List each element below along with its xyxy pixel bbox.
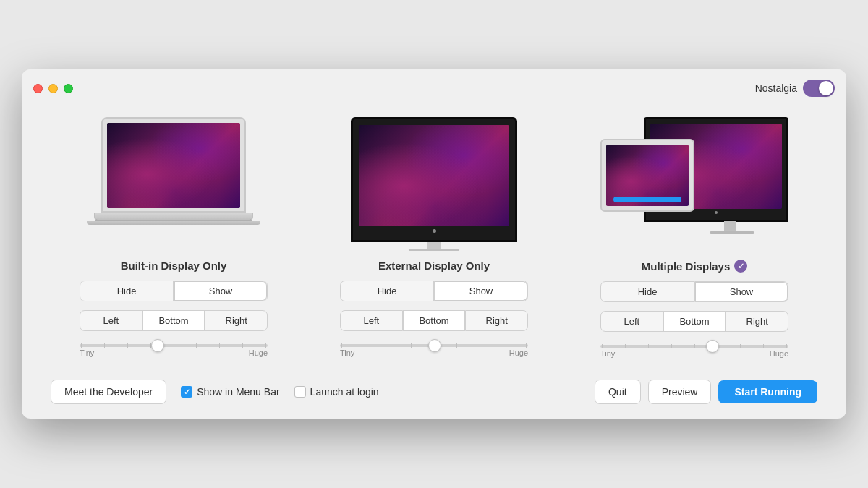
show-menu-bar-label: Show in Menu Bar: [197, 386, 279, 398]
builtin-slider-thumb[interactable]: [151, 339, 164, 352]
aurora-overlay: [107, 123, 240, 208]
builtin-huge-label: Huge: [249, 348, 268, 357]
multiple-huge-label: Huge: [770, 349, 788, 358]
tick: [503, 343, 503, 348]
show-menu-bar-checkbox-label[interactable]: ✓ Show in Menu Bar: [181, 386, 279, 398]
multiple-bottom-btn[interactable]: Bottom: [663, 311, 726, 332]
launch-login-label: Launch at login: [310, 386, 379, 398]
external-huge-label: Huge: [509, 348, 528, 357]
multi-tablet-screen: [606, 145, 689, 206]
active-badge: ✓: [734, 260, 747, 273]
main-window: Nostalgia: [22, 69, 846, 419]
checkmark-icon: ✓: [184, 388, 190, 397]
main-content: Built-in Display Only Hide Show Left Bot…: [22, 103, 846, 358]
monitor-frame: [351, 117, 517, 242]
multiple-slider-thumb[interactable]: [706, 340, 719, 353]
start-running-button[interactable]: Start Running: [718, 380, 817, 403]
builtin-tick-marks: [80, 344, 268, 347]
multiple-right-btn[interactable]: Right: [726, 311, 788, 332]
tick: [411, 343, 412, 348]
nostalgia-toggle[interactable]: [803, 80, 835, 97]
nostalgia-label: Nostalgia: [755, 82, 797, 94]
multi-monitor-stand: [724, 221, 736, 231]
builtin-slider-track: [80, 344, 268, 347]
monitor-dot: [433, 229, 436, 233]
tick: [365, 343, 365, 348]
external-right-btn[interactable]: Right: [465, 310, 528, 331]
multi-tablet-frame: [600, 139, 694, 212]
laptop-base: [94, 213, 253, 221]
multiple-hide-show-group: Hide Show: [600, 281, 788, 302]
nostalgia-control: Nostalgia: [755, 80, 835, 97]
builtin-tiny-label: Tiny: [80, 348, 94, 357]
tick: [648, 344, 649, 348]
builtin-show-btn[interactable]: Show: [174, 281, 268, 301]
external-slider-container: Tiny Huge: [340, 340, 528, 357]
monitor-illustration: [347, 117, 521, 251]
laptop-screen-outer: [101, 117, 246, 213]
multiple-left-btn[interactable]: Left: [600, 311, 663, 332]
launch-login-checkbox-label[interactable]: Launch at login: [294, 386, 379, 398]
builtin-hide-btn[interactable]: Hide: [80, 281, 174, 301]
external-slider-track: [340, 344, 528, 347]
multiple-tick-marks: [600, 345, 788, 348]
builtin-bottom-btn[interactable]: Bottom: [142, 310, 205, 331]
builtin-position-group: Left Bottom Right: [80, 310, 268, 331]
external-hide-btn[interactable]: Hide: [340, 281, 434, 301]
external-position-group: Left Bottom Right: [340, 310, 528, 331]
tick: [456, 343, 457, 348]
tick: [763, 344, 764, 348]
tick: [265, 343, 266, 348]
preview-button[interactable]: Preview: [648, 380, 712, 404]
tick: [104, 343, 105, 348]
titlebar: Nostalgia: [22, 69, 846, 103]
laptop-foot: [87, 221, 260, 225]
tick: [740, 344, 741, 348]
builtin-right-btn[interactable]: Right: [205, 310, 268, 331]
multiple-slider-labels: Tiny Huge: [600, 349, 788, 358]
footer-left: Meet the Developer ✓ Show in Menu Bar La…: [51, 380, 379, 404]
builtin-left-btn[interactable]: Left: [80, 310, 142, 331]
show-menu-bar-checkbox[interactable]: ✓: [181, 386, 192, 398]
tick: [242, 343, 243, 348]
launch-login-checkbox[interactable]: [294, 386, 306, 398]
laptop-illustration: [94, 117, 253, 251]
traffic-lights: [33, 84, 73, 93]
multi-display-illustration: [600, 117, 788, 251]
multiple-show-btn[interactable]: Show: [694, 281, 788, 302]
multiple-hide-btn[interactable]: Hide: [600, 281, 694, 302]
external-show-btn[interactable]: Show: [434, 281, 528, 301]
footer-right: Quit Preview Start Running: [595, 380, 817, 404]
close-button[interactable]: [33, 84, 43, 93]
external-left-btn[interactable]: Left: [340, 310, 403, 331]
multi-monitor-base: [710, 231, 754, 234]
minimize-button[interactable]: [48, 84, 58, 93]
external-title: External Display Only: [378, 260, 490, 272]
maximize-button[interactable]: [64, 84, 73, 93]
multiple-slider-container: Tiny Huge: [600, 341, 788, 358]
displays-row: Built-in Display Only Hide Show Left Bot…: [51, 117, 817, 358]
blue-bar: [613, 197, 681, 202]
external-tiny-label: Tiny: [340, 348, 354, 357]
meet-developer-button[interactable]: Meet the Developer: [51, 380, 166, 404]
external-hide-show-group: Hide Show: [340, 281, 528, 301]
monitor-screen: [359, 125, 509, 226]
multiple-title: Multiple Displays ✓: [642, 260, 748, 273]
tick: [602, 344, 603, 348]
quit-button[interactable]: Quit: [595, 380, 641, 404]
tick: [671, 344, 672, 348]
tick: [625, 344, 626, 348]
display-card-external: External Display Only Hide Show Left Bot…: [311, 117, 557, 357]
tick: [219, 343, 220, 348]
tick: [480, 343, 480, 348]
tick: [341, 343, 342, 348]
multiple-slider-track: [600, 345, 788, 348]
display-card-builtin: Built-in Display Only Hide Show Left Bot…: [51, 117, 297, 357]
external-bottom-btn[interactable]: Bottom: [403, 310, 466, 331]
monitor-base: [409, 249, 459, 251]
tick: [127, 343, 128, 348]
tick: [196, 343, 197, 348]
laptop-screen-inner: [107, 123, 240, 208]
builtin-slider-labels: Tiny Huge: [80, 348, 268, 357]
monitor-stand: [427, 242, 441, 249]
